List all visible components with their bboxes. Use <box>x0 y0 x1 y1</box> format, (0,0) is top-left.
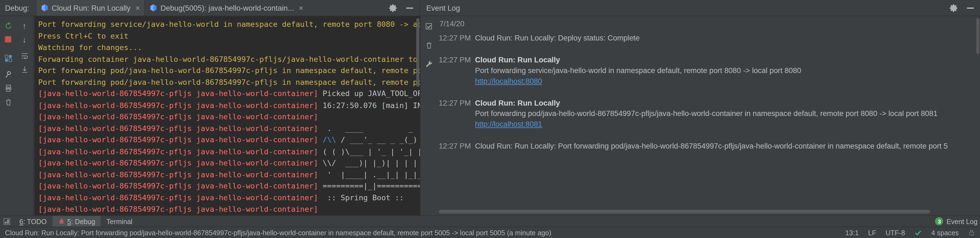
tab-label: Cloud Run: Run Locally <box>52 3 130 12</box>
lock-icon[interactable] <box>968 229 975 236</box>
clear-all-button[interactable] <box>0 95 16 109</box>
console-lines: Port forwarding service/java-hello-world… <box>35 16 420 215</box>
rerun-button[interactable] <box>0 19 16 32</box>
debug-panel-header: Debug: Cloud Run: Run Locally × Debug(50… <box>0 0 420 16</box>
event-log-button-label: Event Log <box>947 217 978 225</box>
hide-panel-icon[interactable] <box>406 7 413 8</box>
event-log-date: 7/14/20 <box>439 19 978 28</box>
tab-debug-5005[interactable]: Debug(5005): java-hello-world-contain...… <box>145 0 308 16</box>
tab-mnemonic: 5 <box>67 217 71 225</box>
console-line: [java-hello-world-867854997c-pfljs java-… <box>38 100 420 111</box>
down-arrow-icon: ↓ <box>22 35 27 43</box>
line-separator-widget[interactable]: LF <box>868 229 876 236</box>
stop-button[interactable] <box>0 33 16 46</box>
console-vertical-scrollbar[interactable] <box>416 18 419 87</box>
console-line: [java-hello-world-867854997c-pfljs java-… <box>38 88 420 100</box>
console-line: [java-hello-world-867854997c-pfljs java-… <box>38 134 420 146</box>
event-log-entry: 12:27 PMCloud Run: Run Locally: Deploy s… <box>439 33 978 44</box>
tool-window-tab-todo[interactable]: 6: TODO <box>14 216 52 227</box>
layout-grid-icon <box>4 54 12 62</box>
tab-label: Debug(5005): java-hello-world-contain... <box>161 3 294 12</box>
gear-icon[interactable] <box>949 3 958 12</box>
event-text: Cloud Run: Run Locally: Port forwarding … <box>475 142 948 151</box>
debug-toolbar: ↑ ↓ <box>0 16 34 215</box>
event-log-link[interactable]: http://localhost:8080 <box>475 77 542 86</box>
status-message: Cloud Run: Run Locally: Port forwarding … <box>5 229 833 236</box>
event-log-entry: 12:27 PMCloud Run: Run Locally: Port for… <box>439 141 978 152</box>
console-line: Forwarding container java-hello-world-86… <box>38 53 420 65</box>
scroll-end-icon <box>20 65 29 73</box>
event-log-title: Event Log <box>421 3 460 12</box>
gear-icon[interactable] <box>389 3 398 12</box>
event-log-link[interactable]: http://localhost:8081 <box>475 120 542 129</box>
event-time: 12:27 PM <box>439 33 471 44</box>
cloud-run-icon <box>149 4 158 12</box>
debug-bug-icon <box>58 218 65 225</box>
console-line: Watching for changes... <box>38 42 420 53</box>
soft-wrap-button[interactable] <box>17 49 32 62</box>
soft-wrap-icon <box>20 51 29 60</box>
log-settings-button[interactable] <box>422 57 437 71</box>
tool-window-tab-debug[interactable]: 5: Debug <box>52 216 101 227</box>
console-line: Port forwarding pod/java-hello-world-867… <box>38 76 420 88</box>
console-output[interactable]: Port forwarding service/java-hello-world… <box>35 16 420 215</box>
ide-debug-tool-window: Debug: Cloud Run: Run Locally × Debug(50… <box>0 0 980 238</box>
wrench-icon <box>425 60 433 68</box>
down-stack-button[interactable]: ↓ <box>17 33 32 46</box>
console-line: [java-hello-world-867854997c-pfljs java-… <box>38 180 420 192</box>
indent-widget[interactable]: 4 spaces <box>931 229 959 236</box>
event-log-entry: 12:27 PMCloud Run: Run LocallyPort forwa… <box>439 55 978 87</box>
event-time: 12:27 PM <box>439 98 471 130</box>
scroll-to-end-button[interactable] <box>17 62 32 76</box>
close-icon[interactable]: × <box>299 4 303 11</box>
event-time: 12:27 PM <box>439 55 471 87</box>
pin-icon <box>4 70 12 79</box>
stop-icon <box>5 36 11 43</box>
console-line: [java-hello-world-867854997c-pfljs java-… <box>38 203 420 215</box>
printer-icon <box>4 84 12 92</box>
up-arrow-icon: ↑ <box>22 22 27 30</box>
event-log-header: Event Log <box>421 0 980 16</box>
trash-icon <box>4 98 12 106</box>
tool-window-switcher-button[interactable] <box>0 217 14 225</box>
up-stack-button[interactable]: ↑ <box>17 19 32 32</box>
tab-mnemonic: 6 <box>19 217 23 225</box>
hide-panel-icon[interactable] <box>967 7 974 8</box>
cloud-run-icon <box>41 4 49 12</box>
event-log-toolbar <box>421 16 438 215</box>
pin-tab-button[interactable] <box>0 67 16 81</box>
event-detail: Port forwarding service/java-hello-world… <box>475 66 801 76</box>
clear-log-button[interactable] <box>422 38 437 52</box>
console-line: [java-hello-world-867854997c-pfljs java-… <box>38 122 420 134</box>
tab-label: : TODO <box>23 217 47 225</box>
status-bar: Cloud Run: Run Locally: Port forwarding … <box>0 227 980 238</box>
event-log-horizontal-scrollbar[interactable] <box>439 210 930 214</box>
event-log-entry: 12:27 PMCloud Run: Run LocallyPort forwa… <box>439 98 978 130</box>
restore-layout-button[interactable] <box>0 51 16 65</box>
event-detail: Port forwarding pod/java-hello-world-867… <box>475 109 937 119</box>
tool-window-tab-terminal[interactable]: Terminal <box>101 216 138 227</box>
event-title: Cloud Run: Run Locally <box>475 99 560 108</box>
event-log-entries: 12:27 PMCloud Run: Run Locally: Deploy s… <box>439 33 978 152</box>
caret-position-widget[interactable]: 13:1 <box>845 229 859 236</box>
debug-caption: Debug: <box>0 3 35 12</box>
event-text: Cloud Run: Run Locally: Deploy status: C… <box>475 34 640 43</box>
console-line: Press Ctrl+C to exit <box>38 30 420 42</box>
tab-label: Terminal <box>107 217 132 225</box>
console-line: [java-hello-world-867854997c-pfljs java-… <box>38 192 420 203</box>
print-button[interactable] <box>0 81 16 95</box>
tab-label: : Debug <box>71 217 95 225</box>
console-line: Port forwarding service/java-hello-world… <box>38 19 420 30</box>
event-log-panel: 7/14/20 12:27 PMCloud Run: Run Locally: … <box>421 16 980 215</box>
event-log-vertical-scrollbar[interactable] <box>976 18 979 54</box>
encoding-widget[interactable]: UTF-8 <box>886 229 905 236</box>
close-icon[interactable]: × <box>135 4 140 11</box>
console-line: [java-hello-world-867854997c-pfljs java-… <box>38 111 420 122</box>
inspections-status-icon[interactable] <box>914 229 922 236</box>
mark-all-read-button[interactable] <box>422 19 437 33</box>
tool-windows-icon <box>3 217 10 225</box>
tab-cloud-run-run-locally[interactable]: Cloud Run: Run Locally × <box>35 0 145 16</box>
event-log-button[interactable]: 3 Event Log <box>935 217 978 225</box>
console-line: [java-hello-world-867854997c-pfljs java-… <box>38 169 420 180</box>
event-log-content: 7/14/20 12:27 PMCloud Run: Run Locally: … <box>439 17 978 209</box>
